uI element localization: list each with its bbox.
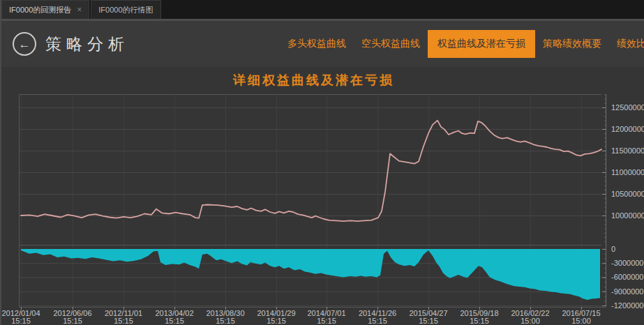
x-axis-time-label: 15:15 bbox=[317, 317, 336, 325]
y-axis-label: 0 bbox=[611, 245, 615, 253]
y-axis-label: 100000000 bbox=[611, 211, 644, 220]
window: { "tabbar": { "tabs": [ {"label": "IF000… bbox=[0, 0, 644, 325]
x-axis-time-label: 15:15 bbox=[368, 317, 387, 325]
right-axis: 1000000001050000001100000001150000001200… bbox=[602, 94, 644, 310]
y-axis-label: 125000000 bbox=[611, 103, 644, 112]
x-axis-time-label: 15:00 bbox=[521, 317, 540, 325]
tab-market-chart-label: IF0000的行情图 bbox=[98, 5, 153, 15]
tab-backtest-report-label: IF0000的回测报告 bbox=[9, 5, 71, 15]
analysis-nav: 多头权益曲线 空头权益曲线 权益曲线及潜在亏损 策略绩效概要 绩效比率 bbox=[280, 21, 644, 67]
tab-backtest-report[interactable]: IF0000的回测报告 × bbox=[1, 0, 89, 19]
x-axis-time-label: 15:15 bbox=[165, 317, 184, 325]
x-axis-time-label: 15:15 bbox=[11, 317, 31, 325]
x-axis-time-label: 15:15 bbox=[63, 317, 82, 325]
y-axis-label: 115000000 bbox=[611, 146, 644, 155]
x-axis-time-label: 15:15 bbox=[216, 317, 235, 325]
y-axis-label: 110000000 bbox=[611, 168, 644, 176]
tab-market-chart[interactable]: IF0000的行情图 bbox=[91, 0, 160, 19]
nav-performance-ratio[interactable]: 绩效比率 bbox=[609, 38, 644, 50]
y-axis-label: 105000000 bbox=[611, 190, 644, 198]
header: ← 策略分析 多头权益曲线 空头权益曲线 权益曲线及潜在亏损 策略绩效概要 绩效… bbox=[1, 21, 644, 67]
x-axis-time-label: 15:15 bbox=[267, 317, 286, 325]
nav-performance-summary[interactable]: 策略绩效概要 bbox=[535, 38, 609, 50]
x-axis-time-label: 15:15 bbox=[470, 317, 489, 325]
document-tabbar: IF0000的回测报告 × IF0000的行情图 bbox=[0, 0, 644, 19]
x-axis-time-label: 15:00 bbox=[571, 317, 591, 325]
y-axis-label: -6000000 bbox=[611, 273, 644, 281]
y-axis-label: -9000000 bbox=[611, 287, 644, 296]
x-axis: 2012/01/0415:152012/06/0615:152012/11/01… bbox=[1, 307, 600, 325]
back-arrow-icon: ← bbox=[19, 38, 31, 50]
y-axis-label: -3000000 bbox=[611, 259, 644, 267]
page-title: 策略分析 bbox=[45, 33, 129, 55]
y-axis-label: -12000000 bbox=[611, 301, 644, 310]
nav-equity-and-potential-loss[interactable]: 权益曲线及潜在亏损 bbox=[428, 30, 535, 58]
nav-short-equity-curve[interactable]: 空头权益曲线 bbox=[354, 38, 428, 50]
drawdown-area bbox=[21, 249, 600, 300]
back-button[interactable]: ← bbox=[13, 32, 36, 56]
y-axis-label: 120000000 bbox=[611, 125, 644, 133]
x-axis-time-label: 15:15 bbox=[419, 317, 438, 325]
close-icon[interactable]: × bbox=[77, 6, 82, 14]
equity-line bbox=[21, 121, 601, 222]
x-axis-time-label: 15:15 bbox=[114, 317, 133, 325]
nav-long-equity-curve[interactable]: 多头权益曲线 bbox=[280, 38, 354, 50]
chart-title: 详细权益曲线及潜在亏损 bbox=[1, 72, 626, 89]
tabbar-bottom-edge bbox=[0, 19, 644, 21]
